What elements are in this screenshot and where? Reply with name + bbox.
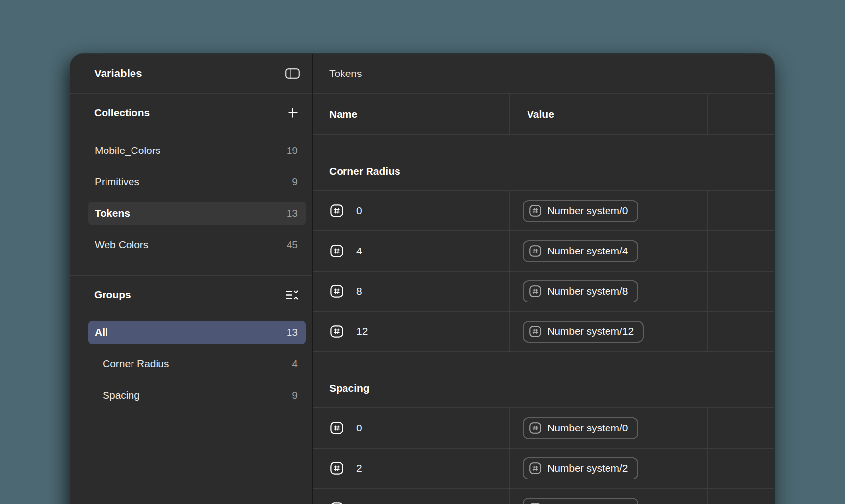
sidebar-item-count: 13 — [287, 207, 298, 219]
row-actions-cell — [707, 272, 774, 311]
number-variable-icon — [330, 422, 343, 434]
row-actions-cell — [707, 191, 774, 230]
value-alias-chip[interactable]: Number system/12 — [523, 321, 644, 343]
value-alias-label: Number system/8 — [547, 285, 628, 297]
table-row-spacing-4[interactable]: 4 Number system/4 — [313, 489, 774, 504]
table-group-name: Corner Radius — [313, 135, 774, 190]
table-row-corner-radius-0[interactable]: 0 Number system/0 — [313, 191, 774, 231]
value-alias-label: Number system/0 — [547, 422, 628, 434]
variables-panel-window: Variables Collections — [70, 54, 774, 504]
plus-icon — [287, 107, 299, 119]
number-variable-icon — [529, 462, 541, 474]
sidebar-item-tokens[interactable]: Tokens 13 — [88, 202, 306, 225]
column-header-name: Name — [313, 94, 509, 134]
token-name: 8 — [356, 285, 362, 297]
sidebar-item-count: 45 — [287, 239, 298, 251]
table-row-corner-radius-4[interactable]: 4 Number system/4 — [313, 231, 774, 272]
value-alias-label: Number system/0 — [547, 205, 628, 217]
variables-table: Name Value Corner Radius 0 Number system… — [313, 94, 774, 504]
token-value-cell[interactable]: Number system/2 — [509, 449, 707, 488]
value-alias-chip[interactable]: Number system/0 — [523, 200, 638, 222]
collections-list: Mobile_Colors 19 Primitives 9 Tokens 13 … — [70, 139, 312, 275]
sidebar-item-label: Mobile_Colors — [95, 145, 160, 156]
number-variable-icon — [330, 285, 343, 298]
number-variable-icon — [330, 325, 343, 338]
token-name-cell[interactable]: 4 — [313, 489, 509, 504]
table-group-header-spacing: Spacing — [313, 352, 774, 408]
sidebar-item-web-colors[interactable]: Web Colors 45 — [88, 233, 306, 256]
value-alias-chip[interactable]: Number system/4 — [523, 498, 638, 504]
sidebar-item-label: Corner Radius — [103, 358, 169, 370]
token-value-cell[interactable]: Number system/4 — [509, 489, 707, 504]
column-header-value: Value — [509, 94, 707, 134]
token-name: 2 — [356, 462, 362, 474]
value-alias-chip[interactable]: Number system/8 — [523, 280, 638, 302]
sidebar-header: Variables — [70, 54, 312, 93]
row-actions-cell — [707, 312, 774, 351]
sidebar-item-label: Spacing — [103, 389, 140, 401]
token-name: 0 — [356, 205, 362, 217]
sidebar-item-spacing[interactable]: Spacing 9 — [88, 383, 306, 407]
row-actions-cell — [707, 449, 774, 488]
token-value-cell[interactable]: Number system/4 — [509, 231, 707, 271]
tokens-panel-title: Tokens — [329, 68, 362, 79]
sidebar-item-label: Tokens — [95, 207, 130, 219]
token-name: 0 — [356, 422, 362, 434]
value-alias-label: Number system/12 — [547, 326, 634, 337]
token-value-cell[interactable]: Number system/12 — [509, 312, 707, 351]
sidebar-item-all[interactable]: All 13 — [88, 321, 306, 344]
token-name-cell[interactable]: 2 — [313, 449, 509, 488]
token-value-cell[interactable]: Number system/8 — [509, 272, 707, 311]
number-variable-icon — [529, 326, 541, 337]
value-alias-chip[interactable]: Number system/0 — [523, 417, 638, 439]
token-value-cell[interactable]: Number system/0 — [509, 408, 707, 448]
number-variable-icon — [330, 502, 343, 504]
column-header-actions — [707, 94, 774, 134]
number-variable-icon — [330, 204, 343, 217]
collections-section: Collections Mobile_Colors 19 Primitives … — [70, 94, 312, 275]
toggle-sidebar-button[interactable] — [285, 68, 300, 79]
token-name-cell[interactable]: 8 — [313, 272, 509, 311]
sidebar-item-label: Web Colors — [95, 239, 148, 251]
sidebar-item-count: 9 — [292, 389, 298, 401]
number-variable-icon — [330, 462, 343, 475]
row-actions-cell — [707, 231, 774, 271]
collections-heading: Collections — [94, 107, 150, 119]
number-variable-icon — [529, 422, 541, 434]
value-alias-chip[interactable]: Number system/2 — [523, 457, 638, 479]
sidebar-item-count: 4 — [292, 358, 298, 370]
sidebar-item-label: Primitives — [95, 176, 139, 188]
row-actions-cell — [707, 489, 774, 504]
table-row-corner-radius-12[interactable]: 12 Number system/12 — [313, 312, 774, 352]
token-name-cell[interactable]: 12 — [313, 312, 509, 351]
table-header-row: Name Value — [313, 94, 774, 135]
value-alias-label: Number system/2 — [547, 462, 628, 474]
value-alias-chip[interactable]: Number system/4 — [523, 240, 638, 262]
sidebar-item-mobile-colors[interactable]: Mobile_Colors 19 — [88, 139, 306, 162]
add-collection-button[interactable] — [287, 107, 299, 119]
token-name-cell[interactable]: 4 — [313, 231, 509, 271]
collapse-groups-button[interactable] — [285, 288, 299, 302]
token-name: 4 — [356, 245, 362, 257]
sidebar-item-count: 9 — [292, 176, 298, 188]
sidebar-item-primitives[interactable]: Primitives 9 — [88, 170, 306, 194]
sidebar: Variables Collections — [70, 54, 313, 504]
table-row-spacing-0[interactable]: 0 Number system/0 — [313, 408, 774, 449]
table-row-corner-radius-8[interactable]: 8 Number system/8 — [313, 272, 774, 312]
sidebar-item-corner-radius[interactable]: Corner Radius 4 — [88, 352, 306, 376]
tokens-panel: Tokens Name Value Corner Radius 0 — [313, 54, 774, 504]
groups-section: Groups All 13 Corner Radius 4 Spacing 9 — [70, 276, 312, 426]
value-alias-label: Number system/4 — [547, 245, 628, 257]
table-row-spacing-2[interactable]: 2 Number system/2 — [313, 449, 774, 489]
token-name: 12 — [356, 326, 368, 337]
collapse-list-icon — [285, 288, 299, 302]
number-variable-icon — [330, 245, 343, 257]
token-name-cell[interactable]: 0 — [313, 191, 509, 230]
number-variable-icon — [529, 245, 541, 257]
panel-title: Variables — [94, 67, 142, 80]
token-value-cell[interactable]: Number system/0 — [509, 191, 707, 230]
number-variable-icon — [529, 285, 541, 297]
panel-layout-icon — [285, 68, 300, 79]
token-name-cell[interactable]: 0 — [313, 408, 509, 448]
table-body: Corner Radius 0 Number system/0 — [313, 135, 774, 504]
